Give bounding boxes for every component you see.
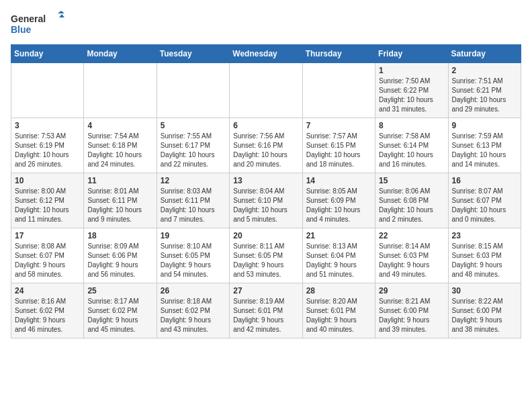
cell-info: Sunrise: 7:50 AM Sunset: 6:22 PM Dayligh… [379,77,444,114]
calendar-cell: 18Sunrise: 8:09 AM Sunset: 6:06 PM Dayli… [84,228,157,283]
calendar-week-row: 17Sunrise: 8:08 AM Sunset: 6:07 PM Dayli… [11,228,521,283]
col-header-saturday: Saturday [448,45,521,63]
cell-info: Sunrise: 8:16 AM Sunset: 6:02 PM Dayligh… [15,297,80,334]
calendar-cell [157,63,229,118]
day-number: 28 [306,286,371,295]
day-number: 3 [15,121,80,130]
col-header-monday: Monday [84,45,157,63]
day-number: 9 [452,121,517,130]
col-header-thursday: Thursday [302,45,375,63]
calendar-cell: 21Sunrise: 8:13 AM Sunset: 6:04 PM Dayli… [302,228,375,283]
calendar-cell: 25Sunrise: 8:17 AM Sunset: 6:02 PM Dayli… [84,283,157,338]
calendar-cell: 2Sunrise: 7:51 AM Sunset: 6:21 PM Daylig… [448,63,521,118]
cell-info: Sunrise: 8:07 AM Sunset: 6:07 PM Dayligh… [452,187,517,224]
calendar-cell: 6Sunrise: 7:56 AM Sunset: 6:16 PM Daylig… [230,118,302,173]
day-number: 7 [306,121,371,130]
cell-info: Sunrise: 8:13 AM Sunset: 6:04 PM Dayligh… [306,242,371,279]
calendar-cell: 9Sunrise: 7:59 AM Sunset: 6:13 PM Daylig… [448,118,521,173]
calendar-cell: 13Sunrise: 8:04 AM Sunset: 6:10 PM Dayli… [230,173,302,228]
svg-text:General: General [11,13,46,24]
day-number: 16 [452,176,517,185]
calendar-cell: 22Sunrise: 8:14 AM Sunset: 6:03 PM Dayli… [375,228,448,283]
calendar-cell: 27Sunrise: 8:19 AM Sunset: 6:01 PM Dayli… [230,283,302,338]
cell-info: Sunrise: 8:18 AM Sunset: 6:02 PM Dayligh… [161,297,226,334]
cell-info: Sunrise: 8:20 AM Sunset: 6:01 PM Dayligh… [306,297,371,334]
calendar-cell: 8Sunrise: 7:58 AM Sunset: 6:14 PM Daylig… [375,118,448,173]
cell-info: Sunrise: 8:03 AM Sunset: 6:11 PM Dayligh… [161,187,226,224]
calendar-week-row: 1Sunrise: 7:50 AM Sunset: 6:22 PM Daylig… [11,63,521,118]
day-number: 30 [452,286,517,295]
day-number: 10 [15,176,80,185]
cell-info: Sunrise: 7:53 AM Sunset: 6:19 PM Dayligh… [15,132,80,169]
day-number: 1 [379,66,444,75]
calendar-cell [302,63,375,118]
svg-marker-2 [58,11,64,13]
cell-info: Sunrise: 7:58 AM Sunset: 6:14 PM Dayligh… [379,132,444,169]
logo-svg: General Blue [11,11,64,39]
calendar-cell: 15Sunrise: 8:06 AM Sunset: 6:08 PM Dayli… [375,173,448,228]
cell-info: Sunrise: 7:54 AM Sunset: 6:18 PM Dayligh… [87,132,152,169]
calendar-cell [11,63,84,118]
calendar-cell: 30Sunrise: 8:22 AM Sunset: 6:00 PM Dayli… [448,283,521,338]
calendar-cell [84,63,157,118]
calendar-cell: 10Sunrise: 8:00 AM Sunset: 6:12 PM Dayli… [11,173,84,228]
col-header-sunday: Sunday [11,45,84,63]
day-number: 18 [87,231,152,240]
cell-info: Sunrise: 8:21 AM Sunset: 6:00 PM Dayligh… [379,297,444,334]
day-number: 5 [161,121,226,130]
cell-info: Sunrise: 7:59 AM Sunset: 6:13 PM Dayligh… [452,132,517,169]
page-header: General Blue [11,11,521,39]
cell-info: Sunrise: 8:08 AM Sunset: 6:07 PM Dayligh… [15,242,80,279]
day-number: 8 [379,121,444,130]
cell-info: Sunrise: 8:01 AM Sunset: 6:11 PM Dayligh… [87,187,152,224]
day-number: 19 [161,231,226,240]
calendar-cell: 20Sunrise: 8:11 AM Sunset: 6:05 PM Dayli… [230,228,302,283]
calendar-cell: 11Sunrise: 8:01 AM Sunset: 6:11 PM Dayli… [84,173,157,228]
cell-info: Sunrise: 8:06 AM Sunset: 6:08 PM Dayligh… [379,187,444,224]
day-number: 15 [379,176,444,185]
calendar-cell: 29Sunrise: 8:21 AM Sunset: 6:00 PM Dayli… [375,283,448,338]
calendar-cell: 17Sunrise: 8:08 AM Sunset: 6:07 PM Dayli… [11,228,84,283]
cell-info: Sunrise: 8:15 AM Sunset: 6:03 PM Dayligh… [452,242,517,279]
day-number: 17 [15,231,80,240]
calendar-cell [230,63,302,118]
calendar-cell: 7Sunrise: 7:57 AM Sunset: 6:15 PM Daylig… [302,118,375,173]
day-number: 27 [233,286,298,295]
day-number: 24 [15,286,80,295]
calendar-cell: 28Sunrise: 8:20 AM Sunset: 6:01 PM Dayli… [302,283,375,338]
calendar-cell: 14Sunrise: 8:05 AM Sunset: 6:09 PM Dayli… [302,173,375,228]
calendar-cell: 4Sunrise: 7:54 AM Sunset: 6:18 PM Daylig… [84,118,157,173]
calendar-week-row: 10Sunrise: 8:00 AM Sunset: 6:12 PM Dayli… [11,173,521,228]
calendar-cell: 19Sunrise: 8:10 AM Sunset: 6:05 PM Dayli… [157,228,229,283]
day-number: 29 [379,286,444,295]
calendar-week-row: 3Sunrise: 7:53 AM Sunset: 6:19 PM Daylig… [11,118,521,173]
day-number: 26 [161,286,226,295]
cell-info: Sunrise: 8:09 AM Sunset: 6:06 PM Dayligh… [87,242,152,279]
col-header-tuesday: Tuesday [157,45,229,63]
calendar-cell: 3Sunrise: 7:53 AM Sunset: 6:19 PM Daylig… [11,118,84,173]
day-number: 22 [379,231,444,240]
day-number: 2 [452,66,517,75]
calendar-cell: 24Sunrise: 8:16 AM Sunset: 6:02 PM Dayli… [11,283,84,338]
cell-info: Sunrise: 8:22 AM Sunset: 6:00 PM Dayligh… [452,297,517,334]
cell-info: Sunrise: 8:19 AM Sunset: 6:01 PM Dayligh… [233,297,298,334]
cell-info: Sunrise: 7:55 AM Sunset: 6:17 PM Dayligh… [161,132,226,169]
day-number: 12 [161,176,226,185]
day-number: 23 [452,231,517,240]
calendar-cell: 5Sunrise: 7:55 AM Sunset: 6:17 PM Daylig… [157,118,229,173]
calendar-header-row: SundayMondayTuesdayWednesdayThursdayFrid… [11,45,521,63]
cell-info: Sunrise: 8:11 AM Sunset: 6:05 PM Dayligh… [233,242,298,279]
col-header-wednesday: Wednesday [230,45,302,63]
calendar-cell: 26Sunrise: 8:18 AM Sunset: 6:02 PM Dayli… [157,283,229,338]
day-number: 21 [306,231,371,240]
day-number: 4 [87,121,152,130]
cell-info: Sunrise: 7:56 AM Sunset: 6:16 PM Dayligh… [233,132,298,169]
logo: General Blue [11,11,64,39]
calendar-cell: 12Sunrise: 8:03 AM Sunset: 6:11 PM Dayli… [157,173,229,228]
calendar-cell: 23Sunrise: 8:15 AM Sunset: 6:03 PM Dayli… [448,228,521,283]
calendar-table: SundayMondayTuesdayWednesdayThursdayFrid… [11,44,521,338]
cell-info: Sunrise: 8:04 AM Sunset: 6:10 PM Dayligh… [233,187,298,224]
cell-info: Sunrise: 8:17 AM Sunset: 6:02 PM Dayligh… [87,297,152,334]
calendar-week-row: 24Sunrise: 8:16 AM Sunset: 6:02 PM Dayli… [11,283,521,338]
cell-info: Sunrise: 8:00 AM Sunset: 6:12 PM Dayligh… [15,187,80,224]
